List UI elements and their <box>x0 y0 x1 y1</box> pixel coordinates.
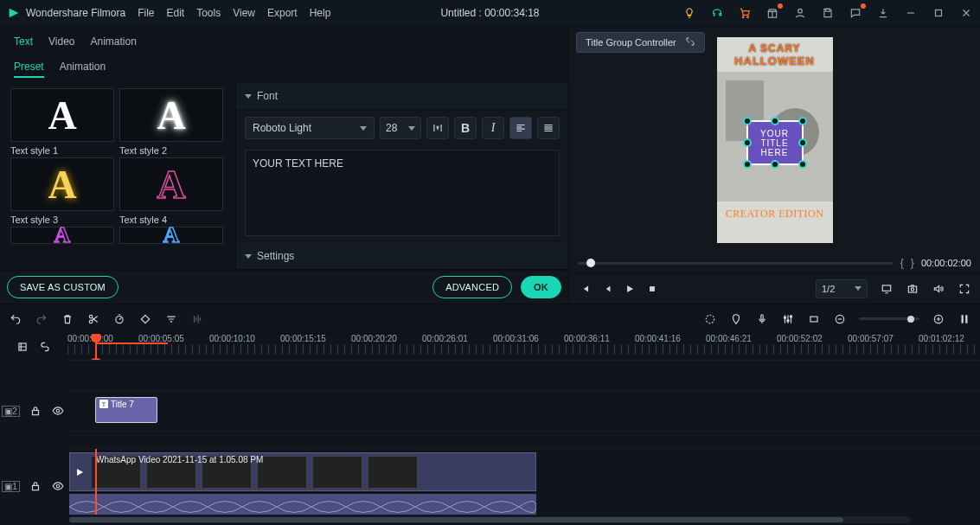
menu-edit[interactable]: Edit <box>167 7 185 19</box>
play-button[interactable] <box>623 282 637 296</box>
time-ruler[interactable]: 00:00:00:0000:00:05:0500:00:10:1000:00:1… <box>67 334 980 360</box>
stop-button[interactable] <box>645 282 659 296</box>
mark-out-icon[interactable]: } <box>911 257 914 269</box>
preset-item[interactable]: A Text style 1 <box>10 88 114 156</box>
font-size-input[interactable]: 28 <box>380 117 421 139</box>
message-icon[interactable] <box>849 6 862 20</box>
resize-handle[interactable] <box>798 117 807 125</box>
timeline-settings-icon[interactable] <box>958 312 971 326</box>
preview-canvas[interactable]: A SCARY HALLOWEEN YOUR TITLE HERE <box>717 37 833 243</box>
preset-item[interactable]: A Text style 4 <box>119 157 223 225</box>
gift-icon[interactable] <box>765 6 779 20</box>
playhead[interactable] <box>95 334 97 360</box>
title-clip[interactable]: T Title 7 <box>95 397 157 423</box>
menu-tools[interactable]: Tools <box>196 7 221 19</box>
tab-text[interactable]: Text <box>14 35 33 48</box>
zoom-out-icon[interactable] <box>833 312 847 326</box>
voiceover-icon[interactable] <box>755 312 769 326</box>
fullscreen-icon[interactable] <box>958 282 971 296</box>
mixer-icon[interactable] <box>781 312 795 326</box>
split-button[interactable] <box>86 312 100 326</box>
menu-file[interactable]: File <box>138 7 154 19</box>
video-clip[interactable]: WhatsApp Video 2021-11-15 at 1.05.08 PM <box>69 452 536 491</box>
tips-icon[interactable] <box>682 6 696 20</box>
audio-waveform[interactable] <box>69 494 536 515</box>
step-back-button[interactable] <box>600 282 614 296</box>
download-icon[interactable] <box>876 6 890 20</box>
bold-button[interactable]: B <box>454 117 477 139</box>
track-manage-icon[interactable] <box>16 340 29 354</box>
account-icon[interactable] <box>793 6 807 20</box>
title-edit-box[interactable]: YOUR TITLE HERE <box>746 120 804 165</box>
mark-in-icon[interactable]: { <box>900 257 904 269</box>
advanced-button[interactable]: ADVANCED <box>432 276 512 298</box>
zoom-slider-knob[interactable] <box>907 316 914 323</box>
track-toggle-icon[interactable]: ▣1 <box>2 481 20 492</box>
align-justify-button[interactable] <box>537 117 560 139</box>
align-left-button[interactable] <box>509 117 532 139</box>
window-close-icon[interactable] <box>959 6 973 20</box>
lock-icon[interactable] <box>29 479 42 493</box>
eye-icon[interactable] <box>51 404 65 418</box>
crop-icon[interactable] <box>807 312 821 326</box>
resize-handle[interactable] <box>743 138 752 147</box>
display-icon[interactable] <box>880 282 894 296</box>
preset-item[interactable]: A Text style 2 <box>119 88 223 156</box>
resize-handle[interactable] <box>771 117 779 125</box>
resize-handle[interactable] <box>771 160 779 169</box>
prev-frame-button[interactable] <box>578 282 592 296</box>
track-toggle-icon[interactable]: ▣2 <box>2 406 20 417</box>
tab-video[interactable]: Video <box>48 35 74 48</box>
undo-button[interactable] <box>9 312 22 326</box>
save-icon[interactable] <box>821 6 835 20</box>
resize-handle[interactable] <box>798 138 807 147</box>
menu-export[interactable]: Export <box>267 7 298 19</box>
window-minimize-icon[interactable] <box>904 6 918 20</box>
resize-handle[interactable] <box>743 117 752 125</box>
snapshot-icon[interactable] <box>906 282 919 296</box>
window-maximize-icon[interactable] <box>932 6 945 20</box>
scrollbar-thumb[interactable] <box>69 517 843 522</box>
title-group-controller[interactable]: Title Group Controller <box>576 32 705 53</box>
delete-button[interactable] <box>61 312 74 326</box>
italic-button[interactable]: I <box>482 117 504 139</box>
scrub-track[interactable] <box>578 262 894 265</box>
volume-icon[interactable] <box>932 282 945 296</box>
audio-tune-button[interactable] <box>190 312 204 326</box>
preset-item[interactable]: A <box>119 227 223 244</box>
menu-view[interactable]: View <box>233 7 255 19</box>
save-as-custom-button[interactable]: SAVE AS CUSTOM <box>7 276 118 298</box>
text-input[interactable]: YOUR TEXT HERE <box>245 150 560 236</box>
settings-section[interactable]: Settings <box>236 243 568 270</box>
preset-item[interactable]: A Text style 3 <box>10 157 114 225</box>
filters-button[interactable] <box>164 312 178 326</box>
redo-button[interactable] <box>35 312 48 326</box>
preview-viewer[interactable]: A SCARY HALLOWEEN YOUR TITLE HERE <box>569 27 980 253</box>
cart-icon[interactable] <box>738 6 752 20</box>
h-scrollbar[interactable] <box>69 516 911 523</box>
tab-animation[interactable]: Animation <box>91 35 137 48</box>
subtab-animation[interactable]: Animation <box>60 61 106 78</box>
render-icon[interactable] <box>703 312 717 326</box>
preset-item[interactable]: A <box>10 227 114 244</box>
resize-handle[interactable] <box>743 160 752 169</box>
font-family-select[interactable]: Roboto Light <box>245 117 375 139</box>
scrub-knob[interactable] <box>586 259 595 267</box>
speed-button[interactable] <box>112 312 126 326</box>
headset-icon[interactable] <box>710 6 724 20</box>
preview-zoom-select[interactable]: 1/2 <box>816 279 868 298</box>
lock-icon[interactable] <box>29 404 42 418</box>
marker-icon[interactable] <box>729 312 743 326</box>
menu-help[interactable]: Help <box>310 7 331 19</box>
track-area[interactable]: WhatsApp Video 2021-11-15 at 1.05.08 PM <box>67 448 980 515</box>
zoom-slider[interactable] <box>859 317 919 320</box>
keyframe-button[interactable] <box>138 312 152 326</box>
ok-button[interactable]: OK <box>521 276 561 298</box>
eye-icon[interactable] <box>51 479 65 493</box>
subtab-preset[interactable]: Preset <box>14 61 44 78</box>
font-section[interactable]: Font <box>236 83 568 110</box>
letter-spacing-button[interactable] <box>426 117 449 139</box>
track-area[interactable]: T Title 7 <box>67 391 980 431</box>
playhead-line[interactable] <box>95 448 97 515</box>
zoom-in-icon[interactable] <box>932 312 945 326</box>
